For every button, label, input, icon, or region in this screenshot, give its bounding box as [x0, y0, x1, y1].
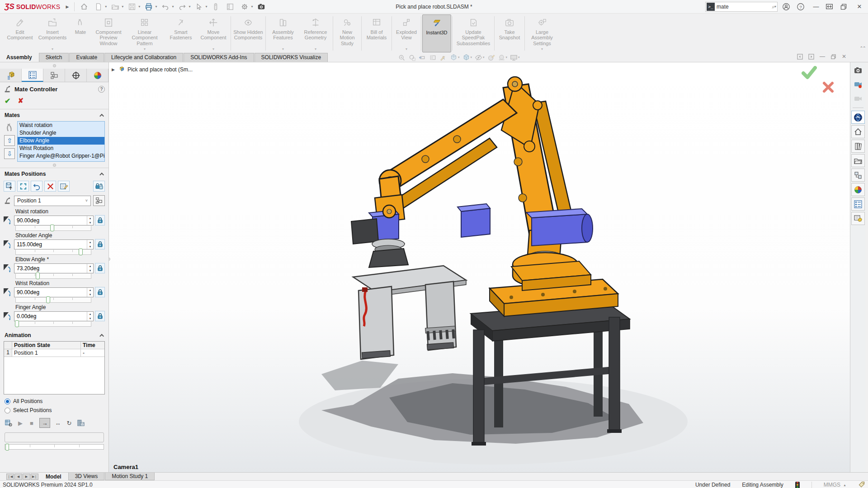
ribbon-button-linear-component-pattern[interactable]: Linear Component Pattern▾ [125, 14, 165, 52]
record-video-icon[interactable] [852, 78, 864, 91]
search-caret[interactable]: ▾ [774, 5, 776, 9]
position-dropdown[interactable]: Position 1˅ [14, 196, 91, 206]
tab-lifecycle-collaboration[interactable]: Lifecycle and Collaboration [104, 53, 183, 62]
tab-scroll-next[interactable]: ▶ [23, 474, 30, 480]
mate-item-selected[interactable]: Elbow Angle [18, 137, 104, 145]
ribbon-button-large-assembly-settings[interactable]: Large Assembly Settings▾ [526, 14, 558, 52]
angle-input-wrist[interactable]: ▲▼ [14, 287, 94, 297]
angle-input-elbow[interactable]: ▲▼ [14, 263, 94, 273]
tab-featuremanager[interactable] [0, 69, 22, 82]
tab-solidworks-visualize[interactable]: SOLIDWORKS Visualize [255, 53, 328, 62]
mates-section-header[interactable]: Mates [0, 109, 108, 120]
tab-motion-study-1[interactable]: Motion Study 1 [105, 473, 155, 480]
loop-icon[interactable]: ↻ [66, 418, 73, 428]
tab-scroll-last[interactable]: ▶❘ [31, 474, 38, 480]
close-icon[interactable]: ✕ [854, 3, 864, 10]
print-caret[interactable]: ▾ [155, 5, 157, 9]
mate-item[interactable]: Finger Angle@Robot Gripper-1@Pic [18, 152, 104, 160]
options-caret[interactable]: ▾ [251, 5, 253, 9]
add-position-button[interactable] [4, 181, 15, 192]
spinner[interactable]: ▲▼ [87, 240, 93, 249]
large-assembly-caret[interactable]: ▾ [541, 47, 543, 52]
linear-pattern-caret[interactable]: ▾ [144, 47, 146, 52]
assembly-features-caret[interactable]: ▾ [282, 47, 284, 52]
tag-icon[interactable] [858, 481, 865, 488]
position-dropdown-caret[interactable]: ˅ [85, 198, 88, 203]
feature-tree-item[interactable]: ▶ Pick and place robot (Sm... [112, 66, 193, 73]
viewport-close-icon[interactable]: ✕ [842, 53, 846, 60]
units-selector[interactable]: MMGS▲ [824, 482, 846, 488]
zoom-to-area-icon[interactable] [408, 54, 416, 61]
ribbon-button-component-preview-window[interactable]: Component Preview Window [92, 14, 125, 52]
display-style-icon[interactable]: ▾ [462, 54, 472, 61]
timeline-thumb[interactable] [5, 444, 9, 450]
robot-model[interactable] [109, 62, 850, 472]
mate-item[interactable]: Waist rotation [18, 122, 104, 129]
mate-move-down-button[interactable]: ⇩ [4, 148, 15, 159]
slider-track-shoulder[interactable] [15, 250, 91, 255]
redo-icon[interactable] [175, 1, 189, 12]
viewport-restore-icon[interactable] [830, 54, 836, 60]
performance-traffic-light-icon[interactable] [795, 482, 800, 488]
lock-shoulder-button[interactable] [95, 239, 105, 249]
slider-track-wrist[interactable] [15, 298, 91, 303]
undo-icon[interactable] [159, 1, 172, 12]
lock-all-button[interactable] [93, 181, 105, 192]
lock-wrist-button[interactable] [95, 287, 105, 297]
mates-listbox[interactable]: Waist rotation Shoulder Angle Elbow Angl… [17, 121, 105, 162]
tab-propertymanager[interactable] [22, 69, 43, 82]
reciprocate-icon[interactable]: ↔ [54, 418, 61, 428]
home-icon[interactable] [77, 1, 91, 12]
tab-sketch[interactable]: Sketch [39, 53, 69, 62]
view-orientation-caret[interactable]: ▾ [458, 56, 460, 59]
positions-collapse-icon[interactable] [99, 172, 104, 177]
search-input[interactable] [717, 4, 772, 10]
ribbon-button-instant3d[interactable]: Instant3D [422, 14, 451, 52]
radio-all-positions[interactable]: All Positions [5, 398, 104, 404]
logo-expand-arrow[interactable]: ▶ [66, 5, 69, 9]
ribbon-button-exploded-view[interactable]: Exploded View▾ [393, 14, 420, 52]
tab-assembly[interactable]: Assembly [0, 53, 38, 62]
tab-custom-properties[interactable] [851, 197, 865, 211]
insert-components-caret[interactable]: ▾ [52, 47, 53, 52]
tab-dimxpertmanager[interactable] [65, 69, 87, 82]
ribbon-button-smart-fasteners[interactable]: Smart Fasteners [165, 14, 197, 52]
animation-settings-icon[interactable] [5, 418, 13, 428]
ribbon-button-assembly-features[interactable]: Assembly Features▾ [267, 14, 299, 52]
lock-elbow-button[interactable] [95, 263, 105, 273]
span-displays-icon[interactable] [826, 3, 835, 10]
undo-caret[interactable]: ▾ [172, 5, 174, 9]
hide-show-caret[interactable]: ▾ [483, 56, 485, 59]
panel-help-icon[interactable]: ? [98, 86, 105, 93]
open-file-icon[interactable] [108, 1, 122, 12]
select-caret[interactable]: ▾ [205, 5, 207, 9]
touch-mode-icon[interactable] [209, 1, 222, 12]
options-gear-icon[interactable] [238, 1, 251, 12]
delete-position-button[interactable] [44, 181, 56, 192]
view-settings-icon[interactable]: ▾ [510, 54, 520, 61]
tab-configurationmanager[interactable] [43, 69, 65, 82]
view-settings-caret[interactable]: ▾ [518, 56, 520, 59]
position-config-button[interactable] [93, 195, 105, 206]
tab-home[interactable] [851, 125, 865, 138]
radio-select-positions[interactable]: Select Positions [5, 407, 104, 413]
edit-appearance-icon[interactable] [487, 54, 495, 61]
ribbon-button-edit-component[interactable]: Edit Component [4, 14, 36, 52]
tab-3dexperience[interactable] [851, 111, 865, 124]
panel-ok-icon[interactable]: ✔ [5, 97, 10, 105]
slider-thumb-waist[interactable] [50, 225, 54, 231]
tree-expand-icon[interactable]: ▶ [112, 67, 115, 72]
graphics-area[interactable]: ▶ Pick and place robot (Sm... Camera1 [109, 62, 850, 472]
slider-thumb-wrist[interactable] [46, 296, 50, 303]
stop-icon[interactable]: ■ [28, 418, 35, 428]
view-orientation-icon[interactable]: ▾ [450, 54, 460, 61]
tab-component-library[interactable] [851, 169, 865, 182]
ribbon-collapse-icon[interactable]: ⌃⌃ [859, 46, 865, 51]
spinner[interactable]: ▲▼ [87, 264, 93, 273]
tab-model[interactable]: Model [39, 473, 68, 480]
animation-collapse-icon[interactable] [99, 333, 104, 338]
slider-thumb-shoulder[interactable] [79, 249, 83, 255]
spinner[interactable]: ▲▼ [87, 288, 93, 297]
angle-input-finger[interactable]: ▲▼ [14, 311, 94, 321]
tab-evaluate[interactable]: Evaluate [69, 53, 104, 62]
